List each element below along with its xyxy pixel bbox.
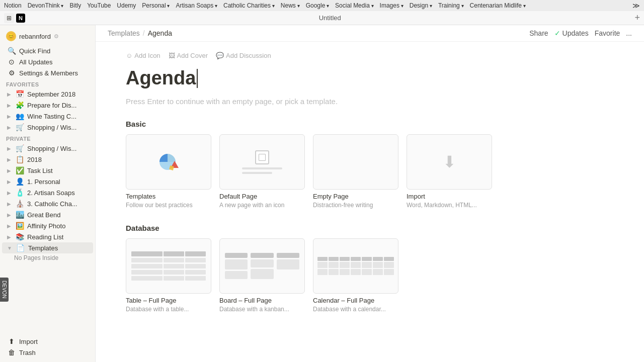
menubar-notion[interactable]: Notion: [4, 2, 22, 9]
user-settings-icon: ⚙: [54, 33, 59, 40]
bc-c1: [225, 259, 248, 269]
menubar-overflow[interactable]: ≫: [632, 2, 640, 10]
updates-button[interactable]: ✓ Updates: [554, 29, 589, 37]
sidebar-item-artisan[interactable]: ▶ 🧴 2. Artisan Soaps: [2, 187, 93, 198]
template-thumb-default: [219, 134, 305, 190]
priv-label-2: 2018: [27, 156, 42, 163]
new-tab-button[interactable]: +: [634, 13, 640, 23]
updates-icon: ⊙: [7, 58, 16, 66]
arrow-icon: ▶: [7, 157, 11, 162]
page-title[interactable]: Agenda: [126, 67, 614, 89]
image-icon: 🖼: [169, 52, 175, 59]
cal-h: [362, 257, 372, 261]
template-thumb-board: [219, 238, 305, 294]
menubar-artisan[interactable]: Artisan Soaps: [176, 2, 218, 9]
td12: [185, 276, 206, 281]
more-button[interactable]: ...: [626, 29, 632, 37]
table-header-row: [131, 251, 206, 256]
menubar-training[interactable]: Training: [438, 2, 464, 9]
check-icon: ✓: [554, 29, 560, 37]
main-layout: DEVON 😊 rebannford ⚙ 🔍 Quick Find ⊙ All …: [0, 25, 644, 362]
tabbar-left: ⊞ N: [4, 13, 25, 23]
menubar: Notion DevonThink Bitly YouTube Udemy Pe…: [0, 0, 644, 11]
sidebar-item-shopping-priv[interactable]: ▶ 🛒 Shopping / Wis...: [2, 143, 93, 154]
template-desc-import: Word, Markdown, HTML...: [407, 201, 492, 210]
cal-c: [329, 269, 339, 275]
add-discussion-button[interactable]: 💬 Add Discussion: [216, 52, 271, 59]
bc-h1: [225, 253, 248, 258]
template-card-import[interactable]: ⬇ Import Word, Markdown, HTML...: [407, 134, 492, 210]
sidebar-quick-find[interactable]: 🔍 Quick Find: [2, 45, 93, 56]
sidebar-import[interactable]: ⬆ Import: [2, 336, 93, 347]
menubar-youtube[interactable]: YouTube: [87, 2, 111, 9]
sidebar-item-personal[interactable]: ▶ 👤 1. Personal: [2, 176, 93, 187]
menubar-images[interactable]: Images: [380, 2, 404, 9]
cal-c: [384, 269, 394, 275]
menubar-catholic[interactable]: Catholic Charities: [223, 2, 275, 9]
toolbar: Templates / Agenda Share ✓ Updates Favor…: [96, 25, 644, 42]
template-card-templates[interactable]: Templates Follow our best practices: [126, 134, 211, 210]
sidebar-item-reading[interactable]: ▶ 📚 Reading List: [2, 231, 93, 242]
share-button[interactable]: Share: [529, 29, 548, 37]
table-rows: [131, 251, 206, 281]
sidebar-item-wine[interactable]: ▶ 👥 Wine Tasting C...: [2, 111, 93, 122]
favorite-button[interactable]: Favorite: [595, 29, 620, 37]
add-cover-button[interactable]: 🖼 Add Cover: [169, 52, 208, 59]
sidebar-item-prepare[interactable]: ▶ 🧩 Prepare for Dis...: [2, 100, 93, 111]
menubar-social[interactable]: Social Media: [335, 2, 373, 9]
menubar-news[interactable]: News: [281, 2, 300, 9]
sidebar-user[interactable]: 😊 rebannford ⚙: [0, 29, 95, 45]
sidebar-item-shopping-fav[interactable]: ▶ 🛒 Shopping / Wis...: [2, 122, 93, 133]
breadcrumb-parent[interactable]: Templates: [108, 29, 140, 37]
search-icon: 🔍: [7, 47, 16, 55]
arrow-icon: ▶: [7, 92, 11, 97]
fav-item-label-2: Prepare for Dis...: [27, 102, 76, 109]
template-card-default[interactable]: Default Page A new page with an icon: [219, 134, 305, 210]
template-card-empty[interactable]: Empty Page Distraction-free writing: [313, 134, 398, 210]
arrow-icon: ▶: [7, 103, 11, 108]
td4: [131, 264, 163, 268]
template-card-calendar[interactable]: Calendar – Full Page Database with a cal…: [313, 238, 398, 314]
cal-h: [351, 257, 361, 261]
cal-h: [373, 257, 383, 261]
template-desc-empty: Distraction-free writing: [313, 201, 398, 210]
template-name-import: Import: [407, 193, 492, 200]
sidebar-item-templates[interactable]: ▼ 📄 Templates: [2, 242, 93, 253]
app-grid-icon[interactable]: ⊞: [4, 13, 14, 23]
template-name-calendar: Calendar – Full Page: [313, 297, 398, 304]
menubar-personal[interactable]: Personal: [142, 2, 170, 9]
template-card-board[interactable]: Board – Full Page Database with a kanban…: [219, 238, 305, 314]
priv-label-1: Shopping / Wis...: [27, 145, 76, 152]
bc-h2: [251, 253, 273, 258]
cal-c: [329, 262, 339, 268]
menubar-udemy[interactable]: Udemy: [117, 2, 136, 9]
page-content: ☺ Add Icon 🖼 Add Cover 💬 Add Discussion …: [96, 42, 644, 362]
sidebar-settings[interactable]: ⚙ Settings & Members: [2, 67, 93, 78]
sidebar-trash[interactable]: 🗑 Trash: [2, 347, 93, 358]
menubar-design[interactable]: Design: [410, 2, 432, 9]
sidebar-item-greatbend[interactable]: ▶ 🏙️ Great Bend: [2, 209, 93, 220]
notion-icon[interactable]: N: [16, 14, 25, 23]
template-thumb-calendar: [313, 238, 398, 294]
sidebar-item-tasklist[interactable]: ▶ ✅ Task List: [2, 165, 93, 176]
menubar-devonthink[interactable]: DevonThink: [28, 2, 64, 9]
devon-tab[interactable]: DEVON: [0, 278, 9, 302]
sidebar-item-catholic[interactable]: ▶ ⛪ 3. Catholic Cha...: [2, 198, 93, 209]
trash-icon: 🗑: [7, 348, 16, 356]
sidebar-item-2018[interactable]: ▶ 📋 2018: [2, 154, 93, 165]
import-icon: ⬆: [7, 337, 16, 345]
sidebar-item-affinity[interactable]: ▶ 🖼️ Affinity Photo: [2, 220, 93, 231]
menubar-bitly[interactable]: Bitly: [70, 2, 82, 9]
add-icon-button[interactable]: ☺ Add Icon: [126, 52, 160, 59]
cursor: [197, 69, 198, 88]
menubar-google[interactable]: Google: [306, 2, 329, 9]
template-card-table[interactable]: Table – Full Page Database with a table.…: [126, 238, 211, 314]
line2: [242, 172, 272, 174]
menubar-centenarian[interactable]: Centenarian Midlife: [470, 2, 526, 9]
discussion-icon: 💬: [216, 52, 224, 59]
sidebar-item-sep2018[interactable]: ▶ 📅 September 2018: [2, 88, 93, 100]
template-thumb-empty: [313, 134, 398, 190]
quick-find-label: Quick Find: [19, 47, 50, 55]
sidebar-all-updates[interactable]: ⊙ All Updates: [2, 56, 93, 67]
priv-label-3: Task List: [27, 167, 53, 174]
